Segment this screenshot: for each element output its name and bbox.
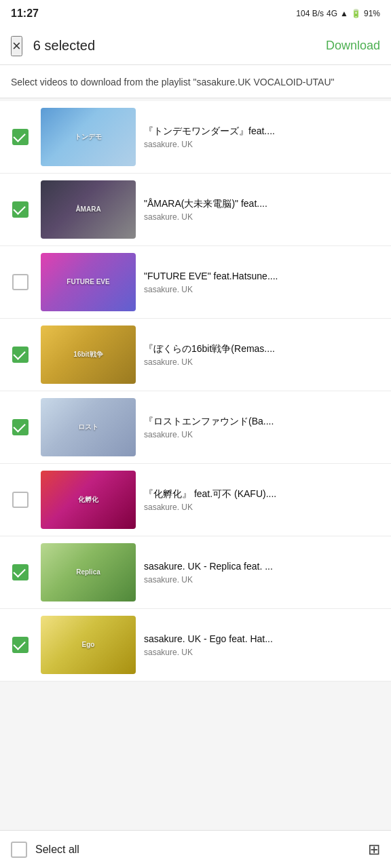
video-info: "ÅMARA(大未来電脳)" feat....sasakure. UK (144, 197, 383, 222)
video-title: "ÅMARA(大未来電脳)" feat.... (144, 197, 383, 210)
video-checkbox-7[interactable] (12, 564, 29, 580)
checkbox-wrap[interactable] (8, 197, 33, 222)
list-item: 16bit戦争『ぼくらの16bit戦争(Remas....sasakure. U… (0, 319, 391, 391)
video-checkbox-4[interactable] (12, 347, 29, 363)
close-button[interactable]: × (11, 36, 22, 56)
video-checkbox-5[interactable] (12, 419, 29, 435)
network-speed: 104 B/s (296, 9, 324, 18)
video-thumbnail: Replica (41, 543, 136, 601)
video-title: sasakure. UK - Ego feat. Hat... (144, 633, 383, 645)
status-icons: 104 B/s 4G ▲ 🔋 91% (296, 9, 380, 18)
video-info: 『化孵化』 feat.可不 (KAFU)....sasakure. UK (144, 488, 383, 512)
status-time: 11:27 (11, 7, 39, 20)
list-item: ロスト『ロストエンファウンド(Ba....sasakure. UK (0, 391, 391, 464)
signal-icon: ▲ (340, 9, 348, 18)
video-thumbnail: Ego (41, 616, 136, 674)
select-all-wrap[interactable]: Select all (11, 842, 79, 858)
video-info: 『ロストエンファウンド(Ba....sasakure. UK (144, 415, 383, 439)
video-channel: sasakure. UK (144, 502, 383, 512)
checkbox-wrap[interactable] (8, 560, 33, 585)
list-item: Replicasasakure. UK - Replica feat. ...s… (0, 536, 391, 609)
select-all-checkbox[interactable] (11, 842, 27, 858)
checkbox-wrap[interactable] (8, 270, 33, 294)
video-thumbnail: 化孵化 (41, 471, 136, 529)
top-bar: × 6 selected Download (0, 27, 391, 65)
video-channel: sasakure. UK (144, 357, 383, 367)
video-checkbox-6[interactable] (12, 492, 29, 508)
video-title: 『ロストエンファウンド(Ba.... (144, 415, 383, 427)
network-type: 4G (327, 9, 337, 18)
video-thumbnail: 16bit戦争 (41, 326, 136, 384)
sort-icon[interactable]: ⊞ (368, 841, 380, 859)
checkbox-wrap[interactable] (8, 342, 33, 367)
video-thumbnail: ÅMARA (41, 180, 136, 239)
list-item: 化孵化『化孵化』 feat.可不 (KAFU)....sasakure. UK (0, 464, 391, 536)
list-item: トンデモ『トンデモワンダーズ』feat....sasakure. UK (0, 101, 391, 174)
battery-icon: 🔋 (351, 9, 361, 18)
video-info: sasakure. UK - Ego feat. Hat...sasakure.… (144, 633, 383, 657)
video-title: 『化孵化』 feat.可不 (KAFU).... (144, 488, 383, 500)
checkbox-wrap[interactable] (8, 415, 33, 439)
checkbox-wrap[interactable] (8, 488, 33, 512)
video-checkbox-1[interactable] (12, 129, 29, 145)
bottom-bar: Select all ⊞ (0, 830, 391, 868)
video-title: 『トンデモワンダーズ』feat.... (144, 125, 383, 137)
video-thumbnail: FUTURE EVE (41, 253, 136, 311)
download-button[interactable]: Download (326, 39, 380, 53)
checkbox-wrap[interactable] (8, 125, 33, 149)
video-channel: sasakure. UK (144, 140, 383, 149)
video-thumbnail: トンデモ (41, 108, 136, 166)
video-checkbox-8[interactable] (12, 637, 29, 653)
status-bar: 11:27 104 B/s 4G ▲ 🔋 91% (0, 0, 391, 27)
video-channel: sasakure. UK (144, 285, 383, 294)
list-item: ÅMARA"ÅMARA(大未来電脳)" feat....sasakure. UK (0, 174, 391, 246)
list-item: FUTURE EVE"FUTURE EVE" feat.Hatsune....s… (0, 246, 391, 319)
video-channel: sasakure. UK (144, 430, 383, 439)
playlist-description: Select videos to download from the playl… (0, 65, 391, 98)
video-title: sasakure. UK - Replica feat. ... (144, 560, 383, 572)
select-all-label: Select all (35, 844, 79, 856)
checkbox-wrap[interactable] (8, 633, 33, 657)
video-checkbox-2[interactable] (12, 201, 29, 218)
video-title: "FUTURE EVE" feat.Hatsune.... (144, 270, 383, 282)
video-info: 『ぼくらの16bit戦争(Remas....sasakure. UK (144, 342, 383, 367)
video-info: 『トンデモワンダーズ』feat....sasakure. UK (144, 125, 383, 149)
video-thumbnail: ロスト (41, 398, 136, 456)
video-list: トンデモ『トンデモワンダーズ』feat....sasakure. UKÅMARA… (0, 101, 391, 682)
battery-percent: 91% (364, 9, 380, 18)
video-channel: sasakure. UK (144, 648, 383, 657)
video-info: "FUTURE EVE" feat.Hatsune....sasakure. U… (144, 270, 383, 294)
list-item: Egosasakure. UK - Ego feat. Hat...sasaku… (0, 609, 391, 682)
video-info: sasakure. UK - Replica feat. ...sasakure… (144, 560, 383, 585)
video-checkbox-3[interactable] (12, 274, 29, 290)
video-channel: sasakure. UK (144, 575, 383, 585)
selected-count-label: 6 selected (33, 38, 95, 54)
video-channel: sasakure. UK (144, 212, 383, 222)
video-title: 『ぼくらの16bit戦争(Remas.... (144, 342, 383, 355)
top-bar-left: × 6 selected (11, 36, 95, 56)
